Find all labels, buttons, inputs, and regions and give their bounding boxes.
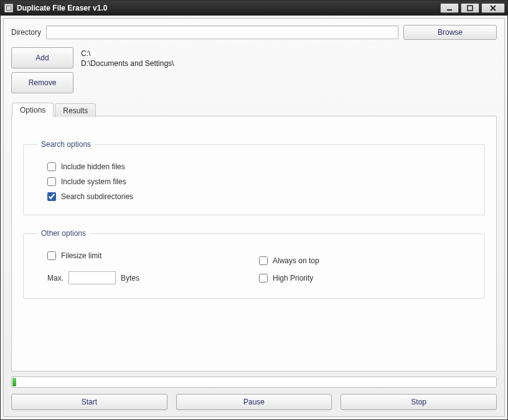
directory-list: C:\ D:\Documents and Settings\ (81, 47, 174, 93)
filesize-limit-label: Filesize limit (61, 251, 101, 260)
list-item[interactable]: C:\ (81, 49, 174, 58)
minimize-icon (446, 4, 453, 12)
app-window: Duplicate File Eraser v1.0 Directory Bro… (0, 0, 508, 420)
high-priority-label: High Priority (273, 274, 313, 282)
search-options-legend: Search options (37, 140, 95, 149)
close-button[interactable] (481, 3, 505, 13)
max-label: Max. (47, 274, 64, 282)
titlebar: Duplicate File Eraser v1.0 (1, 1, 507, 16)
bottom-button-row: Start Pause Stop (11, 394, 497, 410)
maximize-icon (466, 4, 474, 12)
progress-fill (12, 378, 16, 386)
pause-button[interactable]: Pause (176, 394, 332, 410)
tab-panel-options: Search options Include hidden files Incl… (12, 130, 496, 371)
svg-rect-0 (447, 9, 452, 11)
always-on-top-label: Always on top (273, 256, 319, 265)
window-title: Duplicate File Eraser v1.0 (17, 4, 107, 12)
start-button[interactable]: Start (11, 394, 167, 410)
other-options-legend: Other options (37, 229, 90, 238)
directory-row: Directory Browse (11, 25, 497, 40)
add-button[interactable]: Add (11, 47, 73, 68)
app-icon (4, 4, 13, 12)
content-area: Directory Browse Add Remove C:\ D:\Docum… (3, 18, 505, 417)
svg-rect-1 (468, 6, 473, 11)
filesize-limit-checkbox[interactable] (47, 251, 56, 260)
directory-label: Directory (11, 28, 41, 37)
progress-bar (11, 376, 497, 388)
bytes-label: Bytes (121, 274, 139, 282)
tab-options[interactable]: Options (12, 103, 54, 117)
list-item[interactable]: D:\Documents and Settings\ (81, 58, 174, 68)
include-system-checkbox[interactable] (47, 177, 56, 186)
tab-results[interactable]: Results (55, 103, 96, 117)
browse-button[interactable]: Browse (403, 25, 497, 40)
stop-button[interactable]: Stop (341, 394, 497, 410)
search-subdirs-checkbox[interactable] (47, 192, 56, 201)
close-icon (489, 4, 497, 12)
tabbar: Options Results (12, 103, 97, 118)
remove-button[interactable]: Remove (11, 72, 73, 93)
max-bytes-input[interactable] (68, 271, 116, 284)
minimize-button[interactable] (440, 3, 459, 13)
search-subdirs-label: Search subdirectories (61, 192, 133, 201)
search-options-group: Search options Include hidden files Incl… (23, 140, 485, 215)
always-on-top-checkbox[interactable] (259, 256, 268, 265)
maximize-button[interactable] (461, 3, 479, 13)
include-hidden-label: Include hidden files (61, 162, 125, 171)
include-system-label: Include system files (61, 177, 126, 186)
add-remove-row: Add Remove C:\ D:\Documents and Settings… (11, 47, 497, 93)
other-options-group: Other options Filesize limit Max. Bytes (23, 229, 485, 299)
high-priority-checkbox[interactable] (259, 274, 268, 282)
directory-input[interactable] (46, 26, 398, 39)
include-hidden-checkbox[interactable] (47, 162, 56, 171)
